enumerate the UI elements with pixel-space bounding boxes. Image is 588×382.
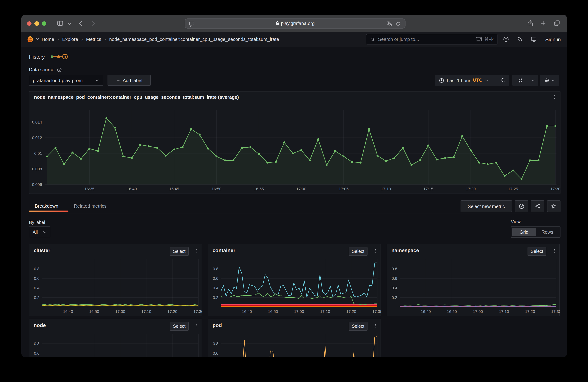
breadcrumb: Home›Explore›Metrics›node_namespace_pod_… — [42, 32, 279, 47]
reload-icon[interactable] — [395, 21, 401, 27]
svg-text:16:50: 16:50 — [211, 187, 221, 191]
address-bar[interactable]: play.grafana.org — [185, 18, 405, 28]
refresh-button-group — [512, 75, 538, 86]
panel-title: pod — [212, 322, 222, 328]
refresh-icon — [518, 77, 523, 83]
breakdown-chart: 16:4016:5017:0017:1017:2017:300.80.60.40… — [29, 333, 202, 357]
svg-text:0.008: 0.008 — [32, 167, 42, 171]
svg-text:17:30: 17:30 — [551, 309, 560, 314]
tab-breakdown[interactable]: Breakdown — [35, 203, 58, 209]
svg-text:16:40: 16:40 — [242, 309, 252, 314]
back-button[interactable] — [79, 20, 83, 27]
info-icon[interactable] — [57, 67, 62, 72]
settings-button[interactable] — [540, 75, 559, 86]
active-tab-underline — [29, 210, 68, 212]
breadcrumb-item[interactable]: Explore — [62, 37, 78, 42]
select-button[interactable]: Select — [170, 247, 189, 256]
datasource-select[interactable]: grafanacloud-play-prom — [29, 75, 103, 86]
drilldown-compass-button[interactable] — [515, 200, 528, 212]
favorite-star-button[interactable] — [547, 200, 561, 212]
breadcrumb-item[interactable]: Metrics — [86, 37, 101, 42]
sign-in-link[interactable]: Sign in — [545, 32, 561, 47]
close-window-button[interactable] — [27, 21, 32, 26]
main-chart: 16:3516:4016:4516:5016:5517:0017:0517:10… — [29, 92, 561, 193]
panel-menu-button[interactable] — [194, 248, 199, 253]
zoom-out-button[interactable] — [496, 75, 509, 86]
history-dot-green[interactable] — [51, 55, 53, 58]
tab-related-metrics[interactable]: Related metrics — [74, 203, 107, 209]
view-grid-option[interactable]: Grid — [512, 228, 536, 236]
screen-icon[interactable] — [530, 32, 537, 47]
svg-text:17:10: 17:10 — [320, 309, 330, 314]
logo-chevron-icon[interactable] — [36, 38, 39, 40]
minimize-window-button[interactable] — [34, 21, 39, 26]
star-icon — [551, 203, 557, 209]
select-button[interactable]: Select — [349, 322, 368, 331]
breadcrumb-separator: › — [105, 37, 106, 42]
svg-text:17:15: 17:15 — [423, 187, 433, 191]
view-label: View — [511, 219, 521, 224]
breadcrumb-item[interactable]: node_namespace_pod_container:container_c… — [109, 37, 279, 42]
titlebar: play.grafana.org — [21, 15, 567, 32]
history-dot[interactable] — [57, 55, 60, 58]
select-button[interactable]: Select — [170, 322, 189, 331]
select-button[interactable]: Select — [527, 247, 546, 256]
new-tab-icon[interactable] — [540, 20, 546, 26]
history-label: History — [29, 54, 45, 60]
svg-text:0.012: 0.012 — [32, 135, 42, 140]
svg-text:17:10: 17:10 — [499, 309, 509, 314]
svg-text:0.4: 0.4 — [213, 286, 218, 290]
panel-menu-button[interactable] — [552, 95, 557, 99]
breakdown-panel-container: 16:4016:5017:0017:1017:2017:300.80.60.40… — [208, 244, 381, 316]
add-label-button[interactable]: Add label — [107, 75, 151, 86]
sidebar-chevron-icon[interactable] — [68, 22, 71, 25]
gear-icon — [544, 77, 550, 83]
svg-text:17:00: 17:00 — [115, 309, 125, 314]
zoom-window-button[interactable] — [42, 21, 46, 26]
zoom-out-icon — [500, 77, 506, 83]
svg-text:16:40: 16:40 — [421, 309, 431, 314]
share-icon[interactable] — [527, 19, 533, 27]
share-metric-button[interactable] — [531, 200, 544, 212]
svg-text:17:20: 17:20 — [466, 187, 476, 191]
refresh-interval-dropdown[interactable] — [529, 79, 538, 82]
chevron-down-icon — [551, 79, 555, 82]
svg-text:17:20: 17:20 — [167, 309, 177, 314]
breadcrumb-item[interactable]: Home — [42, 37, 54, 42]
panel-menu-button[interactable] — [552, 248, 557, 253]
view-switcher: Grid Rows — [511, 227, 561, 238]
translate-icon[interactable] — [386, 21, 392, 27]
tab-overview-icon[interactable] — [554, 20, 560, 26]
svg-text:16:35: 16:35 — [84, 187, 94, 191]
view-rows-option[interactable]: Rows — [536, 228, 559, 236]
search-input[interactable]: Search or jump to... ⌘+k — [366, 34, 498, 44]
panel-title: namespace — [391, 248, 419, 253]
svg-text:0.2: 0.2 — [213, 295, 218, 300]
breakdown-panel-pod: 16:4016:5017:0017:1017:2017:300.80.60.40… — [208, 319, 381, 357]
select-button[interactable]: Select — [349, 247, 368, 256]
svg-text:0.6: 0.6 — [392, 276, 397, 281]
svg-text:16:55: 16:55 — [254, 187, 264, 191]
svg-text:17:00: 17:00 — [294, 309, 304, 314]
panel-menu-button[interactable] — [194, 324, 199, 328]
clock-icon — [439, 77, 444, 83]
svg-text:0.8: 0.8 — [213, 267, 218, 271]
svg-text:16:45: 16:45 — [169, 187, 179, 191]
lock-icon — [275, 21, 279, 26]
help-icon[interactable] — [503, 32, 509, 47]
by-label-label: By label — [29, 220, 45, 225]
label-filter-select[interactable]: All — [29, 227, 50, 237]
panel-menu-button[interactable] — [373, 248, 378, 253]
svg-text:17:10: 17:10 — [141, 309, 151, 314]
forward-button[interactable] — [92, 20, 96, 27]
grafana-logo[interactable] — [26, 35, 34, 43]
news-rss-icon[interactable] — [517, 32, 523, 47]
svg-text:16:50: 16:50 — [89, 309, 99, 314]
time-picker[interactable]: Last 1 hour UTC — [435, 75, 509, 86]
address-url[interactable]: play.grafana.org — [185, 19, 405, 28]
sidebar-toggle-icon[interactable] — [57, 20, 64, 27]
svg-text:16:40: 16:40 — [127, 187, 137, 191]
refresh-button[interactable] — [512, 77, 528, 83]
select-new-metric-button[interactable]: Select new metric — [461, 200, 512, 212]
panel-menu-button[interactable] — [373, 324, 378, 328]
